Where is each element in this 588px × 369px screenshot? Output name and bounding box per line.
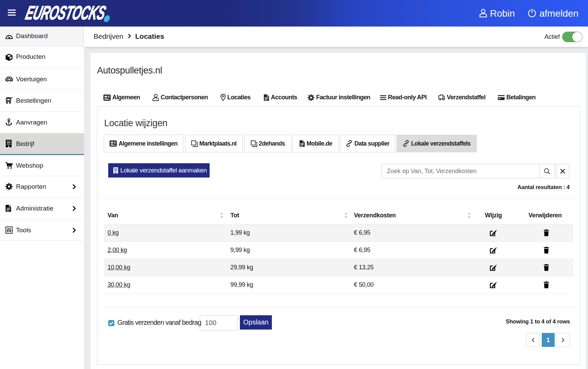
svg-text:EUROSTOCKS: EUROSTOCKS (24, 2, 108, 23)
